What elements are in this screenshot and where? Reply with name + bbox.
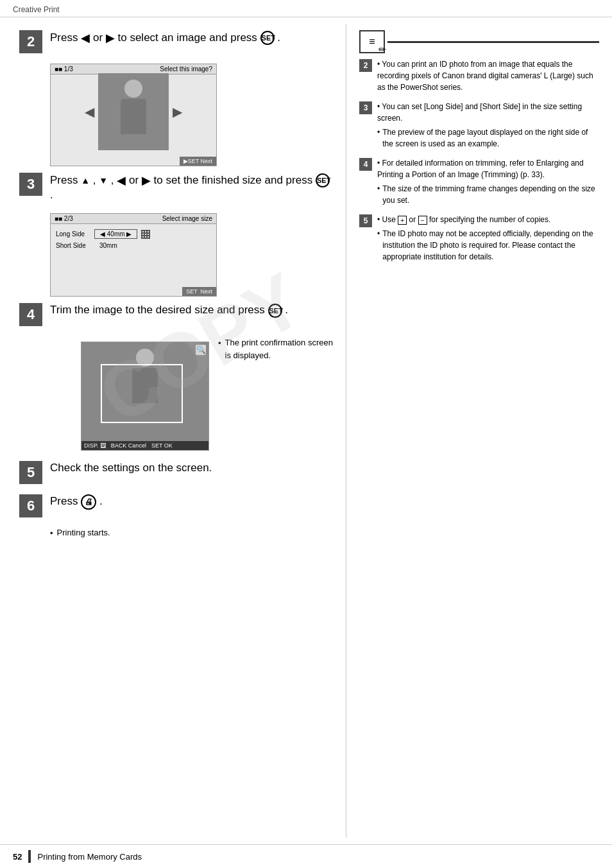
step2-text-middle: to select an image and press <box>118 31 260 44</box>
right-column: ≡ ✏ 2 • You can print an ID photo from a… <box>346 24 612 838</box>
note-2-content: • You can print an ID photo from an imag… <box>377 58 599 93</box>
trim-box <box>101 364 183 423</box>
note-4-block: 4 • For detailed information on trimming… <box>359 157 599 206</box>
note-5-sub: • The ID photo may not be accepted offic… <box>377 228 599 263</box>
step3-press: Press <box>50 174 81 186</box>
screen3-label: Select image size <box>162 215 212 222</box>
step6-bullet-dot: • <box>50 528 53 538</box>
step4-period: . <box>285 304 288 316</box>
pencil-icon: ✏ <box>378 44 386 55</box>
note-3-block: 3 • You can set [Long Side] and [Short S… <box>359 101 599 150</box>
size-row-short: Short Side 30mm <box>56 241 211 250</box>
trim-screen-footer: DISP. 🖼 BACK Cancel SET OK <box>81 441 208 450</box>
step-4-number: 4 <box>19 303 42 326</box>
step-3-block: 3 Press ▲ , ▼ , ◀ or ▶ to set the finish… <box>19 173 333 203</box>
step2-period: . <box>277 31 280 44</box>
note-2-block: 2 • You can print an ID photo from an im… <box>359 58 599 93</box>
step-2-text: Press ◀ or ▶ to select an image and pres… <box>50 30 333 46</box>
note-5-main-after: for specifying the number of copies. <box>429 215 550 224</box>
footer-divider <box>28 850 31 863</box>
step3-period: . <box>50 189 53 201</box>
note-5-block: 5 • Use + or − for specifying the number… <box>359 214 599 263</box>
grid-icon <box>141 230 150 239</box>
note-3-sub-text: The preview of the page layout displayed… <box>382 126 599 150</box>
note-3-content: • You can set [Long Side] and [Short Sid… <box>377 101 599 150</box>
zoom-icon: 🔍 <box>196 345 206 355</box>
page-footer: 52 Printing from Memory Cards <box>0 844 612 868</box>
note-3-number: 3 <box>359 101 372 114</box>
step-3-text: Press ▲ , ▼ , ◀ or ▶ to set the finished… <box>50 173 333 203</box>
step6-print-icon: 🖨 <box>81 494 96 510</box>
screen2-nav-left: ◀ <box>81 104 98 119</box>
step4-bullet-text: The print confirmation screen is display… <box>225 336 333 361</box>
long-side-label: Long Side <box>56 230 94 238</box>
page: Creative Print 2 Press ◀ or ▶ to select … <box>0 0 612 868</box>
step3-or: or <box>129 174 142 186</box>
screen2-footer: ▶SET Next <box>180 157 216 166</box>
trim-set: SET OK <box>151 442 173 449</box>
step4-bullet-dot: • <box>218 337 221 350</box>
step4-bullet: • The print confirmation screen is displ… <box>218 336 333 361</box>
step2-arrow-right: ▶ <box>106 31 115 44</box>
step6-period: . <box>99 496 103 508</box>
note-lines: ≡ <box>369 36 375 48</box>
screen3-footer: SET Next <box>182 287 216 296</box>
step3-arrow-right: ▶ <box>142 174 151 187</box>
step3-set-icon: SET <box>316 173 330 187</box>
plus-icon: + <box>398 216 407 225</box>
left-column: 2 Press ◀ or ▶ to select an image and pr… <box>0 24 346 838</box>
step4-content: 🔍 DISP. 🖼 BACK Cancel SET OK • The print… <box>50 336 333 456</box>
step3-arrow-left: ◀ <box>117 174 126 187</box>
step2-press: Press <box>50 31 81 44</box>
note-4-main: • For detailed information on trimming, … <box>377 159 584 179</box>
note-4-sub-dot: • <box>377 183 380 195</box>
step3-text-middle: to set the finished size and press <box>154 174 316 186</box>
header-title: Creative Print <box>13 5 60 14</box>
step3-comma2: , <box>111 174 117 186</box>
screen2-nav-right: ▶ <box>169 104 186 119</box>
size-row-long: Long Side ◀ 40mm ▶ <box>56 229 211 239</box>
note-5-number: 5 <box>359 214 372 227</box>
screen2-body: ◀ ▶ <box>51 74 216 149</box>
right-divider <box>387 41 599 43</box>
note-5-content: • Use + or − for specifying the number o… <box>377 214 599 263</box>
short-side-value: 30mm <box>94 241 123 250</box>
step-3-number: 3 <box>19 173 42 196</box>
note-5-sub-text: The ID photo may not be accepted officia… <box>382 228 599 263</box>
note-5-or: or <box>409 215 418 224</box>
trim-screen-bg: 🔍 DISP. 🖼 BACK Cancel SET OK <box>81 342 208 450</box>
step2-screen: ■■ 1/3 Select this image? ◀ ▶ ▶SET Next <box>50 64 217 166</box>
trim-back: BACK Cancel <box>111 442 146 449</box>
step3-arrow-down: ▼ <box>99 175 108 186</box>
person-silhouette-2 <box>114 80 153 144</box>
long-side-value: ◀ 40mm ▶ <box>94 229 137 239</box>
screen2-pos: ■■ 1/3 <box>55 65 73 73</box>
person-head-2 <box>124 80 142 98</box>
screen3-body: Long Side ◀ 40mm ▶ Short Side 30mm <box>51 224 216 257</box>
note-2-text: • You can print an ID photo from an imag… <box>377 60 593 92</box>
step6-bullet: • Printing starts. <box>50 528 333 538</box>
content-area: 2 Press ◀ or ▶ to select an image and pr… <box>0 17 612 844</box>
note-3-sub: • The preview of the page layout display… <box>377 126 599 150</box>
minus-icon: − <box>418 216 427 225</box>
screen2-photo <box>98 73 169 150</box>
note-5-main-before: • Use <box>377 215 398 224</box>
note-5-sub-dot: • <box>377 228 380 239</box>
step6-bullet-text: Printing starts. <box>57 528 110 537</box>
step-6-number: 6 <box>19 494 42 517</box>
step-4-text: Trim the image to the desired size and p… <box>50 303 333 318</box>
step4-screen: 🔍 DISP. 🖼 BACK Cancel SET OK <box>81 342 209 451</box>
step-2-number: 2 <box>19 30 42 53</box>
step3-comma1: , <box>93 174 99 186</box>
page-header: Creative Print <box>0 0 612 17</box>
note-2-number: 2 <box>359 59 372 72</box>
note-icon: ≡ ✏ <box>359 30 385 53</box>
note-4-content: • For detailed information on trimming, … <box>377 157 599 206</box>
note-4-sub-text: The size of the trimming frame changes d… <box>382 183 599 206</box>
step2-or: or <box>93 31 106 44</box>
screen2-label: Select this image? <box>160 65 212 73</box>
step2-arrow-left: ◀ <box>81 31 90 44</box>
note-4-sub: • The size of the trimming frame changes… <box>377 183 599 206</box>
step4-bullet-row: • The print confirmation screen is displ… <box>218 336 333 361</box>
step2-set-icon: SET <box>260 31 275 45</box>
